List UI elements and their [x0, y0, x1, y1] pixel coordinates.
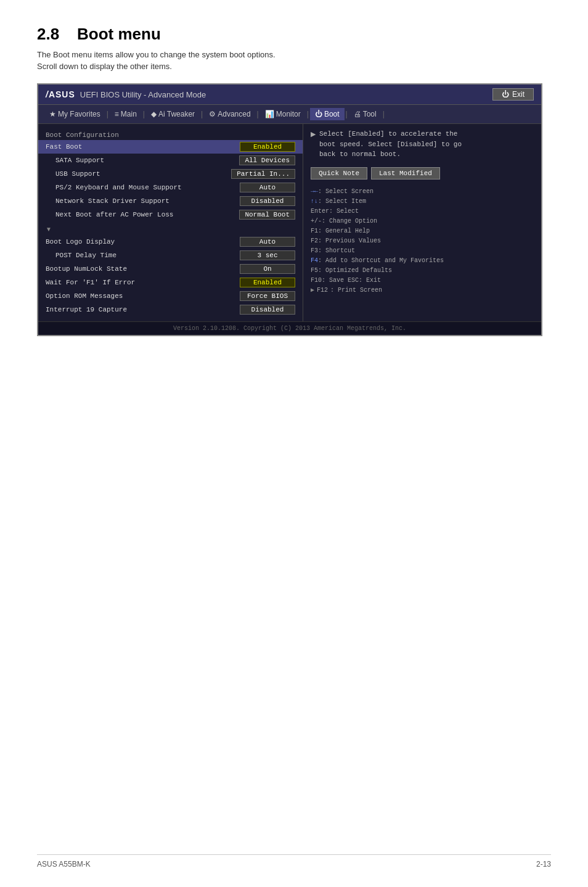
option-rom-value: Force BIOS: [240, 291, 295, 301]
key-arrows: →←: [311, 188, 318, 195]
bios-body: Boot Configuration Fast Boot Enabled SAT…: [38, 124, 541, 321]
section-title: 2.8 Boot menu: [37, 25, 551, 44]
option-rom-label: Option ROM Messages: [46, 292, 240, 300]
tweaker-icon: ◆: [151, 110, 157, 118]
section-desc1: The Boot menu items allow you to change …: [37, 50, 551, 59]
nav-sep7: |: [382, 110, 386, 118]
nav-my-favorites[interactable]: ★ My Favorites: [44, 108, 105, 120]
boot-icon: ⏻: [315, 110, 322, 118]
key-hint-f3: F3: Shortcut: [311, 246, 534, 256]
key-hint-f5: F5: Optimized Defaults: [311, 266, 534, 276]
key-f4: F4: [311, 257, 318, 264]
numlock-row[interactable]: Bootup NumLock State On: [38, 262, 303, 276]
fast-boot-value: Enabled: [240, 142, 295, 152]
footer-left: ASUS A55BM-K: [37, 860, 91, 868]
key-updown: ↑↓: [311, 198, 318, 205]
key-hint-f10: F10: Save ESC: Exit: [311, 276, 534, 286]
network-stack-label: Network Stack Driver Support: [46, 197, 240, 205]
tool-icon: 🖨: [354, 110, 361, 118]
key-hint-f1: F1: General Help: [311, 226, 534, 236]
nav-sep4: |: [256, 110, 260, 118]
menu-icon: ≡: [115, 110, 119, 118]
nav-monitor[interactable]: 📊 Monitor: [260, 108, 306, 120]
bios-right-panel: ▶ Select [Enabled] to accelerate the boo…: [303, 124, 541, 321]
next-boot-row[interactable]: Next Boot after AC Power Loss Normal Boo…: [38, 208, 303, 221]
boot-config-label: Boot Configuration: [38, 129, 303, 140]
key-f5: F5: [311, 267, 318, 274]
help-arrow-icon: ▶: [311, 130, 316, 138]
wait-f1-label: Wait For 'F1' If Error: [46, 279, 240, 286]
next-boot-value: Normal Boot: [239, 210, 295, 220]
help-text: Select [Enabled] to accelerate the boot …: [319, 129, 534, 160]
bios-navbar: ★ My Favorites | ≡ Main | ◆ Ai Tweaker |…: [38, 105, 541, 124]
post-delay-value: 3 sec: [240, 250, 295, 260]
boot-logo-value: Auto: [240, 237, 295, 247]
nav-sep2: |: [142, 110, 146, 118]
key-hint-f4: F4: Add to Shortcut and My Favorites: [311, 256, 534, 266]
boot-logo-row[interactable]: Boot Logo Display Auto: [38, 235, 303, 249]
key-f1: F1: [311, 228, 318, 234]
bios-logo-text: ASUS: [49, 89, 75, 99]
key-hint-f12: ▶ F12: Print Screen: [311, 286, 534, 295]
key-f12: F12: [317, 286, 328, 295]
bios-buttons: Quick Note Last Modified: [311, 167, 534, 179]
key-help-section: →←: Select Screen ↑↓: Select Item Enter:…: [311, 187, 534, 295]
usb-support-value: Partial In...: [231, 169, 295, 179]
sata-support-label: SATA Support: [46, 157, 239, 164]
nav-tool[interactable]: 🖨 Tool: [349, 108, 382, 120]
key-hint-updown: ↑↓: Select Item: [311, 197, 534, 207]
usb-support-row[interactable]: USB Support Partial In...: [38, 167, 303, 181]
sata-support-value: All Devices: [239, 155, 295, 165]
exit-label: Exit: [512, 90, 525, 99]
fast-boot-row[interactable]: Fast Boot Enabled: [38, 140, 303, 154]
numlock-value: On: [240, 264, 295, 274]
key-plusminus: +/-: [311, 218, 322, 225]
advanced-icon: ⚙: [209, 110, 216, 118]
key-hint-enter: Enter: Select: [311, 207, 534, 217]
section-desc2: Scroll down to display the other items.: [37, 62, 551, 71]
bios-header: /ASUS UEFI BIOS Utility - Advanced Mode …: [38, 85, 541, 105]
interrupt-19-row[interactable]: Interrupt 19 Capture Disabled: [38, 303, 303, 316]
nav-sep3: |: [200, 110, 204, 118]
ps2-label: PS/2 Keyboard and Mouse Support: [46, 184, 240, 191]
fast-boot-label: Fast Boot: [46, 143, 240, 151]
scroll-indicator: ▼: [38, 221, 303, 235]
section-title-text: Boot menu: [77, 25, 161, 43]
bios-footer: Version 2.10.1208. Copyright (C) 2013 Am…: [38, 321, 541, 335]
bios-exit-button[interactable]: ⏻ Exit: [492, 88, 534, 101]
wait-f1-value: Enabled: [240, 278, 295, 287]
nav-sep1: |: [105, 110, 110, 118]
next-boot-label: Next Boot after AC Power Loss: [46, 211, 239, 218]
nav-sep6: |: [345, 110, 349, 118]
page-footer: ASUS A55BM-K 2-13: [37, 854, 551, 868]
bios-left-panel: Boot Configuration Fast Boot Enabled SAT…: [38, 124, 303, 321]
key-enter: Enter: [311, 208, 329, 215]
network-stack-row[interactable]: Network Stack Driver Support Disabled: [38, 194, 303, 208]
section-number: 2.8: [37, 25, 59, 43]
key-hint-f2: F2: Previous Values: [311, 236, 534, 246]
footer-right: 2-13: [536, 860, 551, 868]
nav-sep5: |: [306, 110, 310, 118]
ps2-row[interactable]: PS/2 Keyboard and Mouse Support Auto: [38, 181, 303, 194]
key-f2: F2: [311, 237, 318, 244]
bios-logo: /ASUS: [46, 89, 75, 99]
monitor-icon: 📊: [265, 110, 274, 118]
nav-main[interactable]: ≡ Main: [110, 108, 142, 120]
interrupt-19-value: Disabled: [240, 305, 295, 315]
post-delay-label: POST Delay Time: [46, 252, 240, 259]
scroll-arrow-icon: ▶: [311, 286, 314, 295]
nav-ai-tweaker[interactable]: ◆ Ai Tweaker: [146, 108, 200, 120]
quick-note-button[interactable]: Quick Note: [311, 167, 367, 179]
key-f3: F3: [311, 247, 318, 254]
bios-window-title: UEFI BIOS Utility - Advanced Mode: [80, 90, 206, 99]
sata-support-row[interactable]: SATA Support All Devices: [38, 154, 303, 167]
post-delay-row[interactable]: POST Delay Time 3 sec: [38, 249, 303, 262]
nav-advanced[interactable]: ⚙ Advanced: [204, 108, 255, 120]
bios-window: /ASUS UEFI BIOS Utility - Advanced Mode …: [37, 83, 542, 336]
boot-logo-label: Boot Logo Display: [46, 238, 240, 245]
wait-f1-row[interactable]: Wait For 'F1' If Error Enabled: [38, 276, 303, 289]
nav-boot[interactable]: ⏻ Boot: [310, 108, 345, 120]
option-rom-row[interactable]: Option ROM Messages Force BIOS: [38, 289, 303, 303]
last-modified-button[interactable]: Last Modified: [371, 167, 440, 179]
numlock-label: Bootup NumLock State: [46, 265, 240, 273]
